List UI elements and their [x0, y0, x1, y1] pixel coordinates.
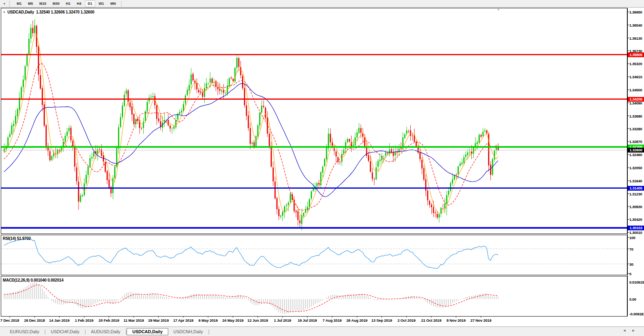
- scale-label: 1.30830: [629, 205, 644, 209]
- date-tick-label: 13 Sep 2019: [371, 318, 392, 322]
- ohlc-values: 1.32540 1.32606 1.32470 1.32600: [36, 10, 94, 14]
- scale-label: -0.009181: [629, 312, 644, 316]
- timeframe-button-h1[interactable]: H1: [63, 0, 73, 7]
- date-tick-label: 19 Jul 2019: [298, 318, 317, 322]
- chart-shift-marker-icon[interactable]: ▼: [497, 8, 500, 12]
- scale-label: 30: [629, 262, 644, 266]
- timeframe-button-m5[interactable]: M5: [25, 0, 36, 7]
- chart-tab-audusd[interactable]: AUDUSD,Daily: [86, 328, 125, 335]
- date-tick-label: 12 Jun 2019: [248, 318, 268, 322]
- scale-label: 1.30420: [629, 217, 644, 222]
- timeframe-button-m1[interactable]: M1: [14, 0, 25, 7]
- price-level-badge: 1.35606: [628, 52, 644, 57]
- date-tick-label: 24 May 2019: [222, 318, 243, 322]
- chart-tab-usdcad[interactable]: USDCAD,Daily: [127, 328, 168, 335]
- scale-label: 1.35320: [629, 62, 644, 66]
- date-tick-label: 14 Jan 2019: [49, 318, 69, 322]
- scale-label: 1.32870: [629, 139, 644, 144]
- price-level-badge: 1.30153: [628, 226, 644, 230]
- symbol-period-label: USDCAD,Daily: [8, 10, 34, 14]
- macd-indicator-label: MACD(12,26,9) 0.001040 0.002014: [3, 278, 63, 282]
- date-tick-label: 20 Feb 2019: [99, 318, 119, 322]
- date-tick-label: 17 Apr 2019: [173, 318, 194, 322]
- chart-tab-eurusd[interactable]: EURUSD,Daily: [5, 328, 44, 335]
- date-tick-label: 6 May 2019: [198, 318, 217, 322]
- chart-tab-usdcnh[interactable]: USDCNH,Daily: [168, 328, 208, 335]
- chart-tab-usdchf[interactable]: USDCHF,Daily: [46, 328, 85, 335]
- chart-title: ▼USDCAD,Daily 1.32540 1.32606 1.32470 1.…: [3, 10, 94, 14]
- scale-label: 1.32050: [629, 166, 644, 170]
- date-tick-label: 1 Jul 2019: [274, 318, 291, 322]
- timeframe-button-m15[interactable]: M15: [37, 0, 49, 7]
- tab-scroll-right-icon[interactable]: ►: [632, 328, 641, 332]
- timeframe-button-m30[interactable]: M30: [50, 0, 63, 7]
- scale-label: 1.30010: [629, 230, 644, 235]
- timeframe-button-d1[interactable]: D1: [85, 0, 95, 7]
- chart-window: ▼USDCAD,Daily 1.32540 1.32606 1.32470 1.…: [0, 8, 644, 326]
- scale-label: 70: [629, 247, 644, 251]
- scale-label: 1.36130: [629, 36, 644, 41]
- scale-label: 1.33280: [629, 127, 644, 131]
- scale-label: 1.34910: [629, 75, 644, 79]
- price-level-badge: 1.34206: [628, 97, 644, 102]
- date-tick-label: 2 Oct 2019: [398, 318, 416, 322]
- scale-label: 1.34500: [629, 88, 644, 92]
- scale-label: 0.010615: [629, 280, 644, 284]
- scale-label: 1.32460: [629, 153, 644, 157]
- timeframe-button-w1[interactable]: W1: [96, 0, 107, 7]
- scale-label: 1.36950: [629, 10, 644, 14]
- date-tick-label: 26 Aug 2019: [346, 318, 367, 322]
- scale-label: 1.31640: [629, 179, 644, 183]
- price-level-badge: 1.32600: [628, 148, 644, 153]
- date-tick-label: 21 Oct 2019: [421, 318, 442, 322]
- chevron-down-icon[interactable]: ▼: [1, 1, 8, 7]
- scale-label: 100: [629, 236, 644, 240]
- date-tick-label: 8 Nov 2019: [447, 318, 466, 322]
- timeframe-button-mn[interactable]: MN: [108, 0, 119, 7]
- date-tick-label: 7 Aug 2019: [323, 318, 342, 322]
- tab-scroll-left-icon[interactable]: ◄: [623, 328, 632, 332]
- collapse-triangle-icon[interactable]: ▼: [3, 11, 6, 14]
- rsi-indicator-label: RSI(14) 51.9702: [3, 236, 31, 241]
- timeframe-button-h4[interactable]: H4: [74, 0, 85, 7]
- date-tick-label: 27 Nov 2019: [471, 318, 492, 322]
- date-tick-label: 26 Dec 2018: [24, 318, 45, 322]
- candlestick-chart-canvas[interactable]: [0, 8, 644, 326]
- timeframe-toolbar: ▼ M1M5M15M30H1H4D1W1MN: [0, 0, 644, 8]
- scale-label: 1.33680: [629, 114, 644, 118]
- scale-label: 0: [629, 272, 644, 276]
- date-tick-label: 29 Mar 2019: [148, 318, 169, 322]
- toolbar-separator: [121, 1, 121, 7]
- toolbar-grip[interactable]: [9, 1, 12, 6]
- scale-label: 1.36540: [629, 23, 644, 27]
- tab-separator: |: [208, 329, 209, 334]
- scale-label: 1.31230: [629, 192, 644, 196]
- date-tick-label: 7 Dec 2018: [0, 318, 19, 322]
- price-level-badge: 1.31405: [628, 186, 644, 191]
- date-tick-label: 11 Mar 2019: [123, 318, 144, 322]
- scale-label: 0.00: [629, 297, 644, 301]
- chart-tab-bar: EURUSD,Daily|USDCHF,Daily|AUDUSD,Daily|U…: [0, 326, 644, 336]
- date-tick-label: 1 Feb 2019: [75, 318, 94, 322]
